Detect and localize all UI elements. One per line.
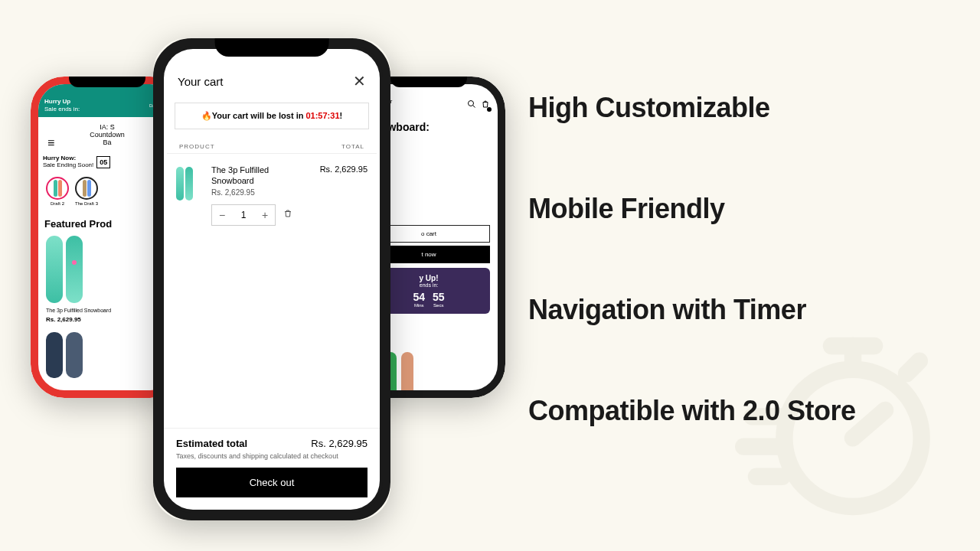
cart-columns: PRODUCT TOTAL (167, 135, 377, 154)
qty-increase-button[interactable]: + (255, 205, 275, 225)
item-line-price: Rs. 2,629.95 (320, 165, 368, 226)
estimated-total-label: Estimated total (176, 438, 247, 449)
tax-note: Taxes, discounts and shipping calculated… (176, 452, 368, 460)
svg-line-4 (853, 410, 885, 438)
product-thumbnail (176, 165, 202, 203)
item-name: The 3p Fulfilled Snowboard (211, 165, 311, 187)
qty-decrease-button[interactable]: − (212, 205, 232, 225)
feature-item: Compatible with 2.0 Store (528, 395, 856, 427)
cart-alert: 🔥Your cart will be lost in 01:57:31! (175, 103, 369, 129)
remove-item-button[interactable] (283, 208, 292, 221)
qty-value: 1 (232, 210, 255, 220)
feature-list: High Customizable Mobile Friendly Naviga… (528, 92, 856, 427)
phone-mockups: Hurry Up Sale ends in: Days Hrs ≡ IA: S … (31, 31, 505, 520)
svg-line-9 (473, 106, 475, 108)
quantity-stepper[interactable]: − 1 + (211, 204, 276, 226)
search-icon[interactable] (467, 99, 476, 110)
svg-point-8 (469, 101, 474, 106)
item-unit-price: Rs. 2,629.95 (211, 188, 311, 197)
checkout-button[interactable]: Check out (176, 468, 368, 497)
fire-icon: 🔥 (201, 111, 212, 120)
feature-item: High Customizable (528, 92, 856, 124)
cart-title: Your cart (178, 75, 223, 88)
menu-icon[interactable]: ≡ (47, 136, 54, 150)
cart-icon[interactable] (481, 99, 490, 110)
draft-circle[interactable] (75, 177, 98, 200)
close-icon[interactable]: ✕ (353, 72, 366, 90)
estimated-total-value: Rs. 2,629.95 (311, 438, 368, 449)
banner-sub: Sale ends in: (44, 106, 80, 113)
svg-line-3 (906, 361, 920, 374)
phone-center: Your cart ✕ 🔥Your cart will be lost in 0… (153, 38, 390, 520)
feature-item: Mobile Friendly (528, 193, 856, 225)
banner-title: Hurry Up (44, 98, 80, 106)
draft-circle[interactable] (46, 177, 69, 200)
cart-item: The 3p Fulfilled Snowboard Rs. 2,629.95 … (164, 154, 380, 236)
feature-item: Navigation with Timer (528, 294, 856, 326)
